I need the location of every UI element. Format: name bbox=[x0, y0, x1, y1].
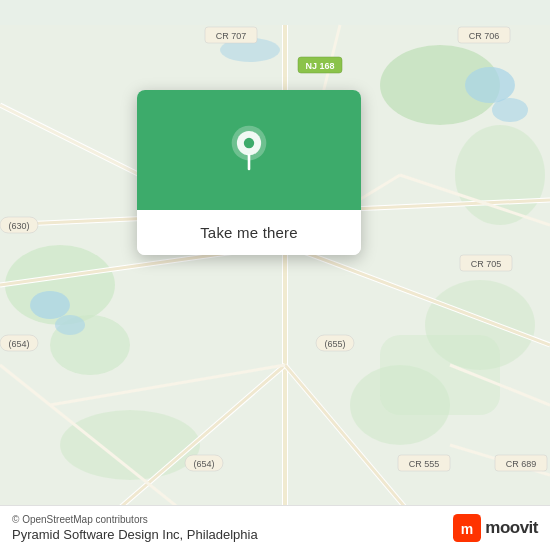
svg-text:CR 706: CR 706 bbox=[469, 31, 500, 41]
svg-point-10 bbox=[55, 315, 85, 335]
svg-text:NJ 168: NJ 168 bbox=[305, 61, 334, 71]
moovit-logo: m moovit bbox=[453, 514, 538, 542]
popup-card: Take me there bbox=[137, 90, 361, 255]
take-me-there-button[interactable]: Take me there bbox=[137, 210, 361, 255]
svg-text:(655): (655) bbox=[324, 339, 345, 349]
map-container: CR 707 CR 706 NJ 168 (635) (630) CR 705 … bbox=[0, 0, 550, 550]
svg-point-59 bbox=[244, 138, 254, 148]
location-pin-icon bbox=[223, 124, 275, 176]
osm-attribution: © OpenStreetMap contributors bbox=[12, 514, 258, 525]
svg-text:CR 705: CR 705 bbox=[471, 259, 502, 269]
svg-text:(654): (654) bbox=[8, 339, 29, 349]
svg-text:(630): (630) bbox=[8, 221, 29, 231]
svg-text:m: m bbox=[461, 521, 473, 537]
bottom-left-info: © OpenStreetMap contributors Pyramid Sof… bbox=[12, 514, 258, 542]
svg-text:CR 555: CR 555 bbox=[409, 459, 440, 469]
svg-point-9 bbox=[30, 291, 70, 319]
moovit-text: moovit bbox=[485, 518, 538, 538]
svg-text:CR 707: CR 707 bbox=[216, 31, 247, 41]
svg-point-12 bbox=[492, 98, 528, 122]
popup-green-area bbox=[137, 90, 361, 210]
svg-point-11 bbox=[465, 67, 515, 103]
bottom-bar: © OpenStreetMap contributors Pyramid Sof… bbox=[0, 505, 550, 550]
moovit-brand-icon: m bbox=[453, 514, 481, 542]
svg-text:(654): (654) bbox=[193, 459, 214, 469]
map-background: CR 707 CR 706 NJ 168 (635) (630) CR 705 … bbox=[0, 0, 550, 550]
svg-rect-8 bbox=[380, 335, 500, 415]
company-name-label: Pyramid Software Design Inc, Philadelphi… bbox=[12, 527, 258, 542]
svg-text:CR 689: CR 689 bbox=[506, 459, 537, 469]
svg-point-4 bbox=[455, 125, 545, 225]
